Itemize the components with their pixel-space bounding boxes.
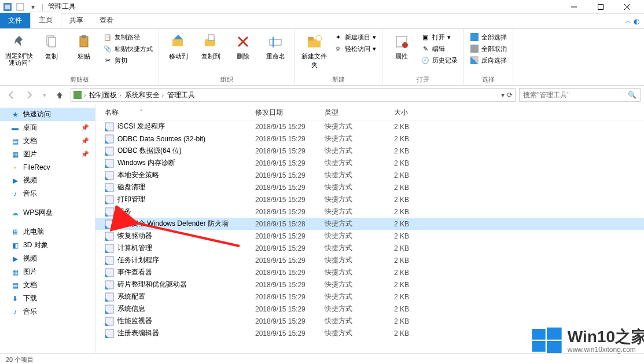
list-item[interactable]: 系统信息2018/9/15 15:29快捷方式2 KB [95,303,644,315]
list-item[interactable]: 高级安全 Windows Defender 防火墙2018/9/15 15:28… [95,218,644,230]
properties-button[interactable]: 属性 [387,31,416,61]
pictures-icon: ▦ [10,267,20,277]
nav-documents2[interactable]: ▤文档 [0,278,95,292]
nav-pictures2[interactable]: ▦图片 [0,265,95,278]
navigation-pane[interactable]: ★快速访问 ▬桌面📌 ▤文档📌 ▦图片📌 ▪FileRecv ▶视频 ♪音乐 ☁… [0,104,95,353]
crumb-control-panel[interactable]: 控制面板› [88,90,122,100]
cut-button[interactable]: ✂剪切 [102,54,154,66]
file-type: 快捷方式 [325,255,394,265]
nav-wps[interactable]: ☁WPS网盘 [0,206,95,219]
list-item[interactable]: 打印管理2018/9/15 15:29快捷方式2 KB [95,193,644,206]
move-icon [169,32,187,51]
new-item-button[interactable]: ✦新建项目 ▾ [332,31,377,43]
help-icon[interactable]: ◐ [634,17,639,25]
file-list[interactable]: 名称˄ 修改日期 类型 大小 iSCSI 发起程序2018/9/15 15:29… [95,104,644,353]
forward-button[interactable] [22,87,37,102]
address-dropdown-button[interactable]: ▾ [501,91,505,99]
nav-3d-objects[interactable]: ◧3D 对象 [0,239,95,252]
maximize-button[interactable] [587,0,614,14]
search-icon[interactable]: 🔍 [628,91,636,99]
edit-button[interactable]: ✎编辑 [419,43,459,54]
invert-selection-button[interactable]: 反向选择 [469,54,508,66]
qat-dropdown-icon[interactable]: ▾ [29,3,37,11]
nav-pictures[interactable]: ▦图片📌 [0,148,95,161]
open-button[interactable]: ▣打开 ▾ [419,31,459,43]
nav-music2[interactable]: ♪音乐 [0,305,95,318]
file-date: 2018/9/15 15:29 [255,123,325,131]
list-item[interactable]: 事件查看器2018/9/15 15:29快捷方式2 KB [95,266,644,278]
crumb-admin-tools[interactable]: 管理工具 [166,90,196,100]
list-item[interactable]: 计算机管理2018/9/15 15:29快捷方式2 KB [95,242,644,254]
file-size: 2 KB [394,220,440,228]
list-item[interactable]: 本地安全策略2018/9/15 15:29快捷方式2 KB [95,169,644,181]
qat-properties-icon[interactable] [16,3,24,11]
back-button[interactable] [3,87,19,102]
ribbon-collapse[interactable]: ︿◐ [620,14,644,28]
history-icon: 🕘 [421,56,430,65]
up-button[interactable] [52,87,67,102]
column-headers[interactable]: 名称˄ 修改日期 类型 大小 [95,104,644,120]
shortcut-icon [105,256,114,265]
crumb-system-security[interactable]: 系统和安全› [124,90,165,100]
tab-home[interactable]: 主页 [30,12,61,28]
list-item[interactable]: 服务2018/9/15 15:29快捷方式2 KB [95,206,644,218]
search-input[interactable] [523,91,628,99]
list-item[interactable]: iSCSI 发起程序2018/9/15 15:29快捷方式2 KB [95,120,644,133]
delete-button[interactable]: 删除 [229,31,257,61]
file-name: 打印管理 [117,195,145,204]
paste-button[interactable]: 粘贴 [69,31,98,61]
list-item[interactable]: 恢复驱动器2018/9/15 15:29快捷方式2 KB [95,230,644,242]
group-clipboard: 剪贴板 [5,74,154,84]
search-box[interactable]: 🔍 [519,88,641,102]
history-button[interactable]: 🕘历史记录 [419,54,459,66]
list-item[interactable]: 系统配置2018/9/15 15:29快捷方式2 KB [95,291,644,303]
nav-this-pc[interactable]: 🖥此电脑 [0,225,95,239]
paste-shortcut-button[interactable]: 📎粘贴快捷方式 [102,43,154,54]
col-date[interactable]: 修改日期 [255,108,325,118]
list-item[interactable]: 碎片整理和优化驱动器2018/9/15 15:29快捷方式2 KB [95,278,644,291]
close-button[interactable] [614,0,641,14]
col-size[interactable]: 大小 [394,108,440,118]
list-item[interactable]: ODBC Data Sources (32-bit)2018/9/15 15:2… [95,133,644,145]
list-item[interactable]: Windows 内存诊断2018/9/15 15:29快捷方式2 KB [95,157,644,169]
copy-button[interactable]: 复制 [37,31,66,61]
file-date: 2018/9/15 15:29 [255,159,325,167]
nav-documents[interactable]: ▤文档📌 [0,134,95,148]
col-type[interactable]: 类型 [325,108,394,118]
select-none-button[interactable]: 全部取消 [469,43,508,54]
copy-to-button[interactable]: 复制到 [196,31,225,61]
crumb-root[interactable]: › [83,92,87,98]
easy-access-button[interactable]: ⛭轻松访问 ▾ [332,43,377,54]
nav-filerecv[interactable]: ▪FileRecv [0,161,95,174]
move-to-button[interactable]: 移动到 [164,31,193,61]
shortcut-icon [105,183,114,192]
document-icon: ▤ [10,137,20,146]
address-bar[interactable]: › 控制面板› 系统和安全› 管理工具 ▾ ⟳ [71,88,516,102]
recent-locations-button[interactable]: ▾ [41,87,49,102]
nav-quick-access[interactable]: ★快速访问 [0,108,95,121]
file-date: 2018/9/15 15:29 [255,269,325,277]
nav-video2[interactable]: ▶视频 [0,252,95,265]
list-item[interactable]: ODBC 数据源(64 位)2018/9/15 15:29快捷方式2 KB [95,145,644,157]
status-item-count: 20 个项目 [6,355,34,363]
copy-path-button[interactable]: 📋复制路径 [102,31,154,43]
nav-video[interactable]: ▶视频 [0,174,95,187]
nav-music[interactable]: ♪音乐 [0,187,95,200]
minimize-button[interactable] [561,0,587,14]
nav-downloads[interactable]: ⬇下载 [0,292,95,305]
rename-button[interactable]: 重命名 [261,31,290,61]
col-name[interactable]: 名称˄ [105,108,255,118]
pin-to-quick-access-button[interactable]: 固定到"快速访问" [5,31,34,66]
new-folder-button[interactable]: 新建文件夹 [300,31,329,69]
nav-desktop[interactable]: ▬桌面📌 [0,121,95,134]
list-item[interactable]: 任务计划程序2018/9/15 15:29快捷方式2 KB [95,254,644,266]
select-all-button[interactable]: 全部选择 [469,31,508,43]
qat-separator: | [42,3,43,11]
tab-file[interactable]: 文件 [0,13,30,28]
list-item[interactable]: 磁盘清理2018/9/15 15:29快捷方式2 KB [95,181,644,193]
shortcut-icon [105,146,114,156]
tab-share[interactable]: 共享 [61,13,91,28]
tab-view[interactable]: 查看 [91,13,122,28]
file-size: 2 KB [394,123,440,131]
refresh-button[interactable]: ⟳ [507,91,513,99]
